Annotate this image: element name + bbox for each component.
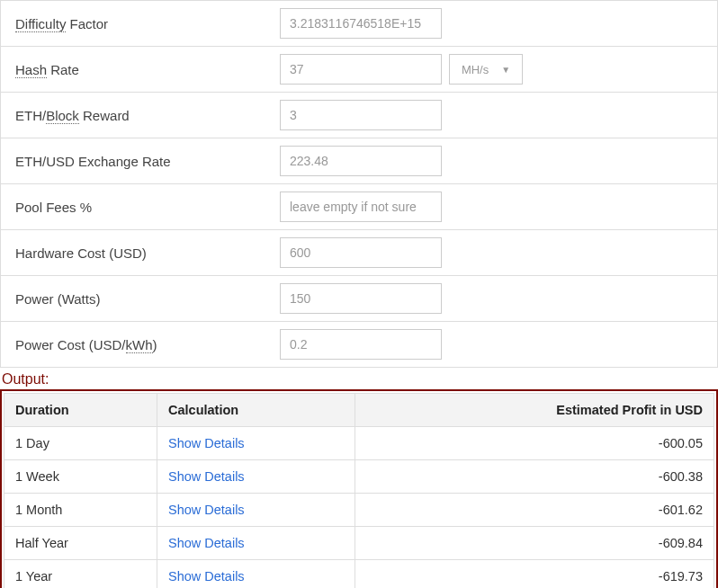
text-input[interactable] bbox=[280, 8, 442, 39]
cell-duration: 1 Day bbox=[4, 427, 157, 460]
col-header-calculation: Calculation bbox=[157, 394, 355, 427]
cell-duration: Half Year bbox=[4, 527, 157, 560]
cell-calculation: Show Details bbox=[157, 460, 355, 494]
text-input[interactable] bbox=[280, 146, 442, 176]
col-header-profit: Estimated Profit in USD bbox=[355, 394, 714, 427]
form-input-cell bbox=[280, 146, 717, 176]
show-details-link[interactable]: Show Details bbox=[168, 469, 245, 484]
form-input-cell: MH/s▼ bbox=[280, 54, 717, 85]
table-row: Half YearShow Details-609.84 bbox=[4, 527, 714, 560]
form-label: Difficulty Factor bbox=[1, 16, 280, 31]
cell-profit: -619.73 bbox=[355, 560, 714, 589]
form-row: Difficulty Factor bbox=[1, 1, 717, 47]
cell-duration: 1 Month bbox=[4, 494, 157, 527]
unit-select[interactable]: MH/s▼ bbox=[449, 54, 523, 85]
input-form: Difficulty FactorHash RateMH/s▼ETH/Block… bbox=[0, 0, 718, 368]
form-input-cell bbox=[280, 100, 717, 130]
form-label: Hardware Cost (USD) bbox=[1, 245, 280, 261]
form-row: Hardware Cost (USD) bbox=[1, 230, 717, 276]
form-label: ETH/USD Exchange Rate bbox=[1, 154, 280, 169]
show-details-link[interactable]: Show Details bbox=[168, 436, 245, 450]
form-input-cell bbox=[280, 283, 717, 314]
cell-calculation: Show Details bbox=[157, 527, 355, 560]
form-row: ETH/USD Exchange Rate bbox=[1, 138, 717, 184]
text-input[interactable] bbox=[280, 283, 442, 314]
show-details-link[interactable]: Show Details bbox=[168, 536, 245, 550]
form-label: ETH/Block Reward bbox=[1, 108, 280, 123]
cell-duration: 1 Year bbox=[4, 560, 157, 589]
text-input[interactable] bbox=[280, 192, 442, 222]
cell-profit: -600.38 bbox=[355, 460, 714, 494]
table-row: 1 DayShow Details-600.05 bbox=[4, 427, 714, 460]
form-row: ETH/Block Reward bbox=[1, 93, 717, 138]
form-label: Power Cost (USD/kWh) bbox=[1, 337, 280, 352]
text-input[interactable] bbox=[280, 329, 442, 360]
form-label: Pool Fees % bbox=[1, 200, 280, 215]
table-row: 1 WeekShow Details-600.38 bbox=[4, 460, 714, 494]
cell-profit: -609.84 bbox=[355, 527, 714, 560]
cell-duration: 1 Week bbox=[4, 460, 157, 494]
show-details-link[interactable]: Show Details bbox=[168, 569, 245, 584]
text-input[interactable] bbox=[280, 54, 442, 85]
cell-calculation: Show Details bbox=[157, 560, 355, 589]
form-label: Power (Watts) bbox=[1, 291, 280, 307]
unit-label: MH/s bbox=[462, 63, 489, 76]
form-input-cell bbox=[280, 329, 717, 360]
table-row: 1 YearShow Details-619.73 bbox=[4, 560, 714, 589]
form-label: Hash Rate bbox=[1, 62, 280, 77]
form-input-cell bbox=[280, 237, 717, 268]
output-panel: Duration Calculation Estimated Profit in… bbox=[0, 389, 718, 588]
form-row: Pool Fees % bbox=[1, 184, 717, 230]
cell-profit: -600.05 bbox=[355, 427, 714, 460]
col-header-duration: Duration bbox=[4, 394, 157, 427]
form-row: Power Cost (USD/kWh) bbox=[1, 322, 717, 367]
cell-calculation: Show Details bbox=[157, 494, 355, 527]
form-input-cell bbox=[280, 8, 717, 39]
form-row: Hash RateMH/s▼ bbox=[1, 47, 717, 93]
form-input-cell bbox=[280, 192, 717, 222]
form-row: Power (Watts) bbox=[1, 276, 717, 322]
output-table: Duration Calculation Estimated Profit in… bbox=[4, 393, 714, 588]
table-row: 1 MonthShow Details-601.62 bbox=[4, 494, 714, 527]
cell-profit: -601.62 bbox=[355, 494, 714, 527]
text-input[interactable] bbox=[280, 237, 442, 268]
show-details-link[interactable]: Show Details bbox=[168, 503, 245, 517]
chevron-down-icon: ▼ bbox=[501, 65, 510, 75]
output-heading: Output: bbox=[0, 368, 718, 389]
text-input[interactable] bbox=[280, 100, 442, 130]
cell-calculation: Show Details bbox=[157, 427, 355, 460]
